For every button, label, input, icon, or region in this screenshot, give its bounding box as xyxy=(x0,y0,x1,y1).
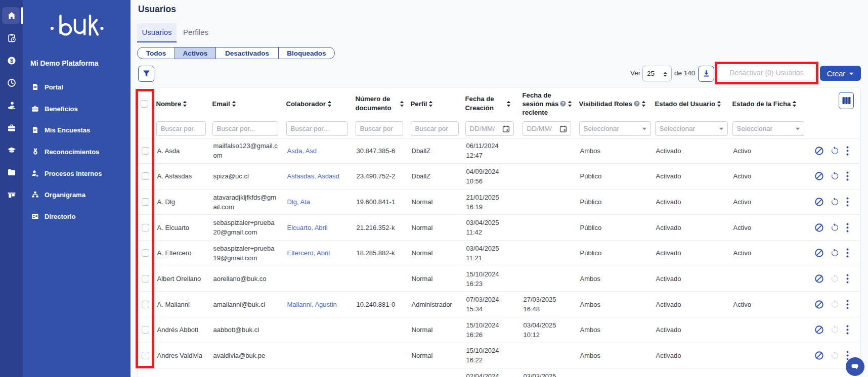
svg-text:?: ? xyxy=(635,102,638,106)
svg-text:?: ? xyxy=(562,102,565,106)
svg-text:$: $ xyxy=(10,58,13,64)
